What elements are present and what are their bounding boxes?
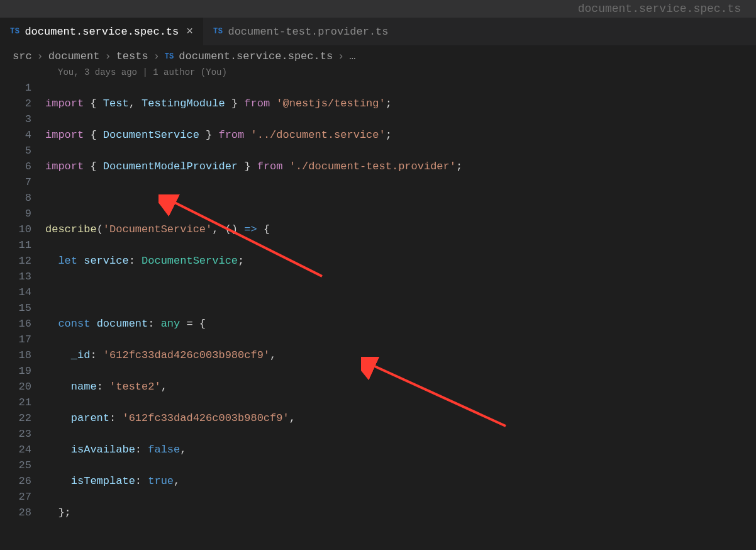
- tab-document-service-spec[interactable]: TS document.service.spec.ts ×: [0, 18, 203, 45]
- ts-badge-icon: TS: [165, 52, 174, 61]
- breadcrumb-segment[interactable]: document: [48, 50, 100, 62]
- chevron-right-icon: ›: [104, 50, 111, 62]
- line-number: 5: [0, 143, 31, 159]
- line-number: 18: [0, 347, 31, 363]
- breadcrumb-file[interactable]: document.service.spec.ts: [179, 50, 333, 62]
- tab-filename: document-test.provider.ts: [228, 26, 388, 38]
- line-number: 8: [0, 190, 31, 206]
- line-number: 14: [0, 284, 31, 300]
- tab-document-test-provider[interactable]: TS document-test.provider.ts: [203, 18, 398, 45]
- line-number: 1: [0, 80, 31, 96]
- line-number: 10: [0, 222, 31, 237]
- line-number: 16: [0, 316, 31, 332]
- line-number: 24: [0, 442, 31, 457]
- line-number-gutter: 1234567891011121314151617181920212223242…: [0, 80, 45, 550]
- line-number: 6: [0, 159, 31, 174]
- breadcrumb-symbol[interactable]: …: [349, 50, 355, 62]
- line-number: 2: [0, 96, 31, 111]
- git-blame-annotation: You, 3 days ago | 1 author (You): [0, 66, 756, 80]
- line-number: 27: [0, 489, 31, 505]
- close-icon[interactable]: ×: [184, 25, 193, 38]
- line-number: 7: [0, 174, 31, 190]
- line-number: 11: [0, 237, 31, 253]
- window-titlebar: document.service.spec.ts: [0, 0, 756, 18]
- line-number: 9: [0, 206, 31, 222]
- line-number: 13: [0, 269, 31, 284]
- tab-filename: document.service.spec.ts: [25, 26, 179, 38]
- breadcrumb[interactable]: src › document › tests › TS document.ser…: [0, 45, 756, 66]
- line-number: 20: [0, 379, 31, 395]
- chevron-right-icon: ›: [37, 50, 43, 62]
- breadcrumb-segment[interactable]: src: [13, 50, 32, 62]
- editor-tabs: TS document.service.spec.ts × TS documen…: [0, 18, 756, 45]
- line-number: 12: [0, 253, 31, 269]
- ts-badge-icon: TS: [213, 27, 223, 36]
- line-number: 26: [0, 473, 31, 489]
- line-number: 22: [0, 410, 31, 426]
- chevron-right-icon: ›: [338, 50, 344, 62]
- code-content[interactable]: import { Test, TestingModule } from '@ne…: [45, 80, 756, 550]
- breadcrumb-segment[interactable]: tests: [116, 50, 148, 62]
- line-number: 19: [0, 363, 31, 379]
- ts-badge-icon: TS: [10, 27, 19, 36]
- line-number: 21: [0, 395, 31, 410]
- line-number: 15: [0, 300, 31, 316]
- line-number: 17: [0, 332, 31, 347]
- title-text: document.service.spec.ts: [578, 3, 741, 15]
- editor-area[interactable]: 1234567891011121314151617181920212223242…: [0, 80, 756, 550]
- line-number: 4: [0, 127, 31, 143]
- line-number: 23: [0, 426, 31, 442]
- line-number: 3: [0, 111, 31, 127]
- line-number: 25: [0, 457, 31, 473]
- chevron-right-icon: ›: [153, 50, 160, 62]
- line-number: 28: [0, 505, 31, 520]
